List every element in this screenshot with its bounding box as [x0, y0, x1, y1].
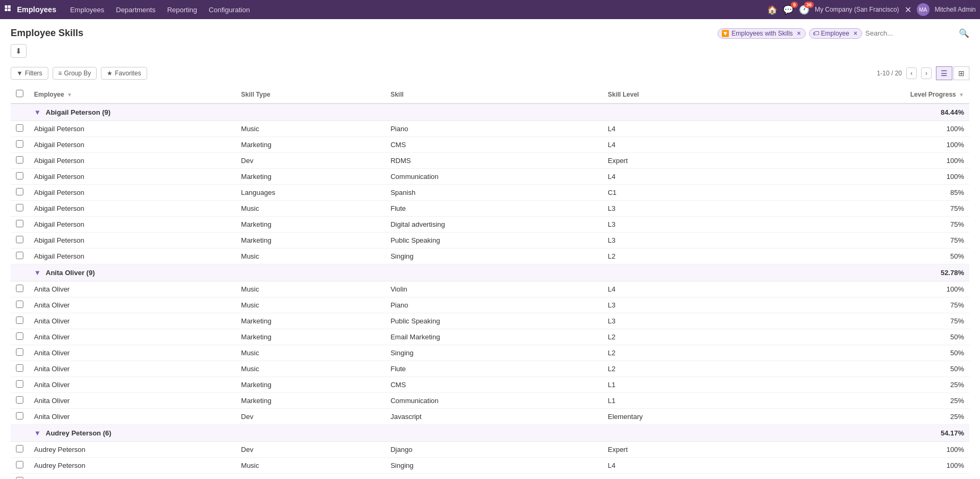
table-row[interactable]: Anita Oliver Marketing Communication L1 …	[11, 393, 969, 409]
table-row[interactable]: Audrey Peterson Music Flute L2 50%	[11, 474, 969, 480]
row-checkbox[interactable]	[16, 172, 23, 179]
row-check-cell[interactable]	[11, 153, 29, 169]
table-row[interactable]: Abigail Peterson Marketing Communication…	[11, 169, 969, 185]
row-check-cell[interactable]	[11, 409, 29, 425]
select-all-checkbox[interactable]	[16, 90, 23, 97]
table-row[interactable]: Abigail Peterson Languages Spanish C1 85…	[11, 185, 969, 201]
nav-employees[interactable]: Employees	[65, 4, 109, 16]
table-row[interactable]: Audrey Peterson Dev Django Expert 100%	[11, 442, 969, 458]
row-checkbox[interactable]	[16, 301, 23, 308]
group-row[interactable]: ▼ Audrey Peterson (6) 54.17%	[11, 425, 969, 442]
groupby-button[interactable]: ≡ Group By	[53, 67, 97, 80]
filters-button[interactable]: ▼ Filters	[11, 67, 48, 80]
list-view-button[interactable]: ☰	[936, 66, 952, 80]
level-progress-sort-icon[interactable]: ▼	[959, 92, 964, 98]
row-checkbox[interactable]	[16, 477, 23, 479]
table-row[interactable]: Audrey Peterson Music Singing L4 100%	[11, 458, 969, 474]
group-toggle-icon[interactable]: ▼	[34, 108, 41, 116]
row-check-cell[interactable]	[11, 297, 29, 313]
table-row[interactable]: Abigail Peterson Music Flute L3 75%	[11, 201, 969, 217]
row-check-cell[interactable]	[11, 377, 29, 393]
table-row[interactable]: Anita Oliver Marketing Email Marketing L…	[11, 329, 969, 345]
search-input[interactable]	[865, 29, 955, 37]
row-checkbox[interactable]	[16, 445, 23, 452]
row-check-cell[interactable]	[11, 169, 29, 185]
nav-configuration[interactable]: Configuration	[203, 4, 255, 16]
row-check-cell[interactable]	[11, 345, 29, 361]
favorites-button[interactable]: ★ Favorites	[101, 67, 147, 80]
grid-view-button[interactable]: ⊞	[953, 66, 969, 80]
row-check-cell[interactable]	[11, 393, 29, 409]
row-checkbox[interactable]	[16, 348, 23, 356]
filter-tag-employee[interactable]: 🏷 Employee ×	[809, 28, 862, 39]
row-check-cell[interactable]	[11, 329, 29, 345]
filter-close-2[interactable]: ×	[854, 30, 857, 37]
row-checkbox[interactable]	[16, 236, 23, 243]
table-row[interactable]: Abigail Peterson Music Piano L4 100%	[11, 121, 969, 137]
group-toggle-icon[interactable]: ▼	[34, 429, 41, 437]
table-row[interactable]: Abigail Peterson Music Singing L2 50%	[11, 249, 969, 264]
employee-sort-icon[interactable]: ▼	[67, 92, 72, 98]
table-row[interactable]: Abigail Peterson Marketing Digital adver…	[11, 217, 969, 233]
row-check-cell[interactable]	[11, 249, 29, 264]
select-all-header[interactable]	[11, 85, 29, 104]
table-row[interactable]: Anita Oliver Music Singing L2 50%	[11, 345, 969, 361]
nav-reporting[interactable]: Reporting	[162, 4, 202, 16]
download-button[interactable]: ⬇	[11, 44, 27, 58]
row-skill: Flute	[385, 201, 602, 217]
row-check-cell[interactable]	[11, 442, 29, 458]
app-grid-icon[interactable]	[4, 5, 13, 15]
row-checkbox[interactable]	[16, 140, 23, 148]
row-check-cell[interactable]	[11, 217, 29, 233]
row-checkbox[interactable]	[16, 461, 23, 468]
group-row[interactable]: ▼ Abigail Peterson (9) 84.44%	[11, 104, 969, 121]
table-row[interactable]: Abigail Peterson Marketing CMS L4 100%	[11, 137, 969, 153]
table-row[interactable]: Anita Oliver Music Piano L3 75%	[11, 297, 969, 313]
row-check-cell[interactable]	[11, 121, 29, 137]
row-progress: 100%	[754, 169, 969, 185]
settings-icon[interactable]: ✕	[905, 5, 911, 15]
filter-tag-employees-with-skills[interactable]: 🔽 Employees with Skills ×	[718, 28, 805, 39]
table-row[interactable]: Anita Oliver Dev Javascript Elementary 2…	[11, 409, 969, 425]
row-checkbox[interactable]	[16, 204, 23, 211]
row-check-cell[interactable]	[11, 281, 29, 297]
prev-page-button[interactable]: ‹	[906, 67, 917, 79]
row-checkbox[interactable]	[16, 412, 23, 420]
row-checkbox[interactable]	[16, 332, 23, 340]
nav-departments[interactable]: Departments	[110, 4, 160, 16]
table-row[interactable]: Anita Oliver Marketing Public Speaking L…	[11, 313, 969, 329]
home-icon[interactable]: 🏠	[767, 5, 778, 15]
row-check-cell[interactable]	[11, 361, 29, 377]
group-toggle-icon[interactable]: ▼	[34, 269, 41, 277]
row-checkbox[interactable]	[16, 380, 23, 388]
row-checkbox[interactable]	[16, 220, 23, 227]
row-check-cell[interactable]	[11, 201, 29, 217]
group-row[interactable]: ▼ Anita Oliver (9) 52.78%	[11, 264, 969, 281]
table-row[interactable]: Abigail Peterson Marketing Public Speaki…	[11, 233, 969, 249]
table-row[interactable]: Abigail Peterson Dev RDMS Expert 100%	[11, 153, 969, 169]
user-avatar[interactable]: MA	[917, 3, 930, 16]
row-check-cell[interactable]	[11, 458, 29, 474]
table-row[interactable]: Anita Oliver Marketing CMS L1 25%	[11, 377, 969, 393]
activities-icon[interactable]: 🕐36	[799, 5, 809, 15]
row-check-cell[interactable]	[11, 137, 29, 153]
row-checkbox[interactable]	[16, 396, 23, 404]
row-check-cell[interactable]	[11, 233, 29, 249]
row-checkbox[interactable]	[16, 188, 23, 195]
row-check-cell[interactable]	[11, 313, 29, 329]
next-page-button[interactable]: ›	[921, 67, 932, 79]
row-check-cell[interactable]	[11, 474, 29, 480]
row-check-cell[interactable]	[11, 185, 29, 201]
table-row[interactable]: Anita Oliver Music Flute L2 50%	[11, 361, 969, 377]
row-checkbox[interactable]	[16, 252, 23, 259]
row-checkbox[interactable]	[16, 285, 23, 292]
table-row[interactable]: Anita Oliver Music Violin L4 100%	[11, 281, 969, 297]
search-icon[interactable]: 🔍	[959, 28, 969, 38]
row-checkbox[interactable]	[16, 156, 23, 164]
filter-close-1[interactable]: ×	[797, 30, 801, 37]
row-checkbox[interactable]	[16, 317, 23, 324]
messages-icon[interactable]: 💬9	[783, 5, 794, 15]
row-checkbox[interactable]	[16, 124, 23, 132]
row-skill-level: L3	[602, 201, 754, 217]
row-checkbox[interactable]	[16, 364, 23, 372]
